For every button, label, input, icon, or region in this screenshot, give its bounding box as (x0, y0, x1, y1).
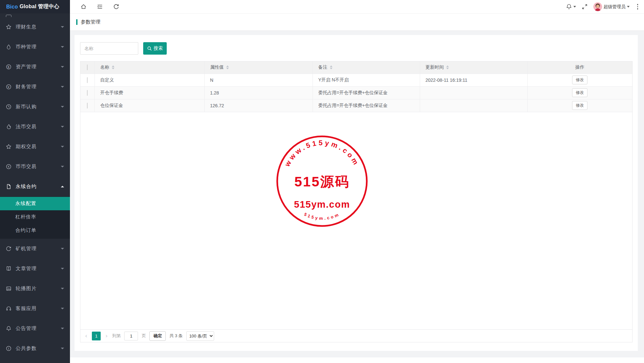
submenu-item-label: 杠杆倍率 (15, 214, 36, 220)
page-number-button[interactable]: 1 (92, 332, 101, 340)
info-icon (6, 346, 11, 351)
star-icon (6, 144, 11, 149)
search-button[interactable]: 搜索 (143, 42, 167, 55)
submenu-item-heyue-dingdan[interactable]: 合约订单 (0, 224, 70, 237)
chevron-down-icon (61, 46, 64, 48)
confirm-page-button[interactable]: 确定 (149, 331, 166, 341)
chevron-down-icon (61, 248, 64, 250)
page-suffix-label: 页 (142, 333, 146, 339)
sidebar-item-label: 资产管理 (16, 64, 61, 70)
search-input[interactable] (80, 42, 138, 55)
submenu-item-yongxu-peizhi[interactable]: 永续配置 (0, 197, 70, 210)
prev-page-button[interactable]: ‹ (84, 333, 88, 339)
select-all-checkbox[interactable] (87, 64, 88, 70)
sidebar-menu: 理财生息 币种管理 $ 资产管理 ¥ 财务管理 新币认购 (0, 13, 70, 363)
sidebar-item-kefu[interactable]: 客服应用 (0, 299, 70, 319)
clipped-icon (6, 15, 11, 17)
image-icon (6, 286, 11, 291)
sidebar-item-lunbo[interactable]: 轮播图片 (0, 279, 70, 299)
sidebar-item-qiquan[interactable]: 期权交易 (0, 137, 70, 157)
table-row: 开仓手续费 1.28 委托占用=开仓手续费+仓位保证金 修改 (80, 86, 632, 99)
row-checkbox[interactable] (87, 103, 88, 109)
data-table-block: 名称 属性值 备注 更新时间 操作 自定义 N (80, 61, 633, 342)
cell-updated (420, 99, 527, 112)
column-header-name[interactable]: 名称 (100, 64, 110, 70)
sort-icon[interactable] (330, 65, 332, 69)
sidebar-item-label: 公告管理 (16, 325, 61, 332)
sidebar-item-label: 币种管理 (16, 44, 61, 50)
column-header-note[interactable]: 备注 (318, 64, 328, 70)
chevron-down-icon (61, 166, 64, 167)
sidebar-item-label: 文章管理 (16, 266, 61, 272)
search-icon (147, 46, 152, 51)
cell-name: 仓位保证金 (94, 99, 204, 112)
refresh-icon[interactable] (113, 4, 119, 10)
fullscreen-icon[interactable] (582, 4, 588, 10)
app-root: Bico Global 管理中心 理财生息 币种管理 $ 资产管理 (0, 0, 644, 363)
edit-button[interactable]: 修改 (572, 76, 587, 84)
column-header-actions: 操作 (575, 64, 585, 70)
content-panel: 搜索 名称 属性值 备注 更新时间 操作 (75, 35, 638, 351)
svg-text:¥: ¥ (7, 85, 9, 89)
sidebar-item-label: 永续合约 (16, 183, 61, 190)
sidebar-item-label: 新币认购 (16, 104, 61, 110)
book-icon (6, 266, 11, 271)
sidebar-item-label: 理财生息 (16, 24, 61, 30)
sidebar-item-bizhong[interactable]: 币种管理 (0, 37, 70, 57)
chevron-down-icon (573, 6, 576, 8)
page-size-select[interactable]: 100 条/页 (186, 331, 214, 341)
notifications-control[interactable] (566, 4, 576, 10)
star-icon (6, 24, 11, 30)
menu-fold-icon[interactable] (97, 4, 103, 10)
column-header-updated[interactable]: 更新时间 (426, 64, 444, 70)
logo-rest: Global 管理中心 (20, 3, 59, 10)
chevron-down-icon (61, 106, 64, 108)
chevron-down-icon (627, 6, 630, 8)
edit-button[interactable]: 修改 (572, 101, 587, 110)
flame-icon (6, 124, 11, 130)
row-checkbox[interactable] (87, 90, 88, 96)
sidebar-item-bibi[interactable]: 币币交易 (0, 157, 70, 177)
user-menu[interactable]: 超级管理员 (593, 2, 630, 11)
submenu-item-label: 永续配置 (15, 200, 36, 207)
app-logo: Bico Global 管理中心 (0, 0, 70, 13)
params-table: 名称 属性值 备注 更新时间 操作 自定义 N (80, 61, 632, 112)
next-page-button[interactable]: › (104, 333, 109, 339)
sidebar-item-kuangji[interactable]: 矿机管理 (0, 239, 70, 259)
bell-icon (566, 4, 572, 10)
cell-value: 126.72 (204, 99, 313, 112)
sidebar-item-fabi[interactable]: 法币交易 (0, 117, 70, 137)
cell-note: Y开启 N不开启 (313, 74, 420, 86)
sidebar-item-caiwu[interactable]: ¥ 财务管理 (0, 77, 70, 97)
sort-icon[interactable] (112, 65, 114, 69)
page-title: 参数管理 (81, 19, 100, 25)
chevron-down-icon (61, 348, 64, 349)
sort-icon[interactable] (446, 65, 449, 69)
sidebar-item-licai[interactable]: 理财生息 (0, 17, 70, 37)
sidebar-item-gonggong[interactable]: 公共参数 (0, 338, 70, 358)
chevron-down-icon (61, 308, 64, 309)
sidebar-item-xinbi[interactable]: 新币认购 (0, 97, 70, 117)
topbar: 超级管理员 (70, 0, 644, 14)
sidebar-item-zichan[interactable]: $ 资产管理 (0, 57, 70, 77)
miner-icon (6, 246, 11, 251)
submenu-item-ganggan-beilv[interactable]: 杠杆倍率 (0, 210, 70, 224)
sidebar-item-wenzhang[interactable]: 文章管理 (0, 259, 70, 279)
submenu-yongxu: 永续配置 杠杆倍率 合约订单 (0, 197, 70, 239)
sidebar-item-label: 币币交易 (16, 164, 61, 170)
goto-label: 到第 (112, 333, 121, 339)
sort-icon[interactable] (226, 65, 229, 69)
edit-button[interactable]: 修改 (572, 88, 587, 97)
chevron-down-icon (61, 268, 64, 269)
sidebar-item-yongxu[interactable]: 永续合约 (0, 177, 70, 197)
home-icon[interactable] (80, 4, 87, 10)
submenu-item-label: 合约订单 (15, 227, 36, 233)
droplet-icon (6, 44, 11, 50)
goto-page-input[interactable] (124, 332, 138, 340)
sidebar-item-gonggao[interactable]: 公告管理 (0, 319, 70, 338)
column-header-value[interactable]: 属性值 (210, 64, 224, 70)
sidebar-item-label: 矿机管理 (16, 246, 61, 252)
more-dots-icon[interactable] (635, 3, 640, 11)
cell-value: 1.28 (204, 86, 313, 99)
row-checkbox[interactable] (87, 77, 88, 83)
